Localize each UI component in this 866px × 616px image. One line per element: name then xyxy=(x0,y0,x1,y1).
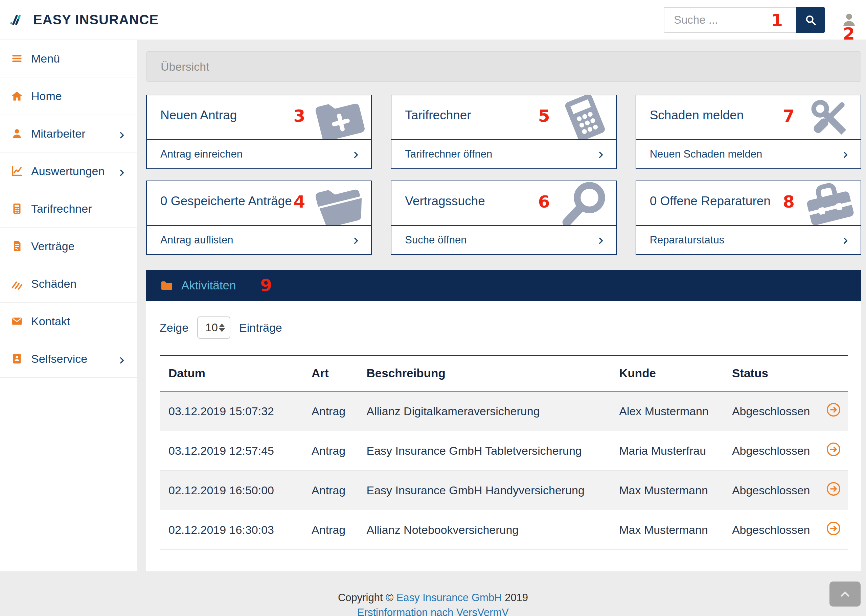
brand-logo-icon xyxy=(10,13,28,27)
user-menu[interactable]: 2 xyxy=(839,7,858,33)
sidebar-item-label: Verträge xyxy=(31,240,75,253)
cell-art: Antrag xyxy=(303,471,357,510)
table-row: 02.12.2019 16:50:00 Antrag Easy Insuranc… xyxy=(160,471,848,510)
card-head: Tarifrechner 5 xyxy=(391,95,616,139)
tools-icon xyxy=(802,95,856,139)
envelope-icon xyxy=(11,315,23,327)
cell-art: Antrag xyxy=(303,431,357,471)
folder-icon xyxy=(161,279,173,292)
activities-table: Datum Art Beschreibung Kunde Status 03.1… xyxy=(160,355,848,550)
card-schaden-melden: Schaden melden 7 xyxy=(636,95,861,169)
cell-datum: 02.12.2019 16:50:00 xyxy=(160,471,303,510)
cell-art: Antrag xyxy=(303,391,357,431)
sidebar-item-selfservice[interactable]: Selfservice xyxy=(0,340,137,378)
annotation-1: 1 xyxy=(771,12,783,29)
annotation-6: 6 xyxy=(538,193,550,210)
calculator-icon xyxy=(551,95,616,139)
brand[interactable]: EASY INSURANCE xyxy=(10,12,159,27)
cell-status: Abgeschlossen xyxy=(723,510,817,550)
card-action-label: Tarifrechner öffnen xyxy=(405,148,492,160)
table-row: 03.12.2019 12:57:45 Antrag Easy Insuranc… xyxy=(160,431,848,471)
show-label: Zeige xyxy=(160,321,189,335)
erstinformation-line: Erstinformation nach VersVermV xyxy=(0,605,866,616)
header-art[interactable]: Art xyxy=(303,355,357,391)
card-title: Tarifrechner xyxy=(405,108,471,122)
sidebar-item-mitarbeiter[interactable]: Mitarbeiter xyxy=(0,115,137,152)
main-content: Übersicht Neuen Antrag 3 xyxy=(137,40,866,571)
chevron-right-icon xyxy=(597,236,605,244)
sidebar-item-menu[interactable]: Menü xyxy=(0,40,137,77)
annotation-7: 7 xyxy=(783,107,795,124)
cell-kunde: Maria Musterfrau xyxy=(610,431,723,471)
calculator-icon xyxy=(11,203,23,215)
breadcrumb-label: Übersicht xyxy=(161,60,209,73)
card-action-label: Reparaturstatus xyxy=(650,234,724,246)
topbar: EASY INSURANCE 1 xyxy=(0,0,866,40)
sidebar-item-auswertungen[interactable]: Auswertungen xyxy=(0,152,137,190)
header-kunde[interactable]: Kunde xyxy=(610,355,723,391)
card-head: Vertragssuche 6 xyxy=(391,181,616,225)
sidebar-item-label: Kontakt xyxy=(31,315,70,328)
activities-header: Aktivitäten 9 xyxy=(146,270,861,301)
sidebar-item-kontakt[interactable]: Kontakt xyxy=(0,303,137,340)
id-card-icon xyxy=(11,353,23,365)
sidebar-item-vertraege[interactable]: Verträge xyxy=(0,228,137,265)
sidebar-item-label: Selfservice xyxy=(31,352,87,366)
menu-icon xyxy=(11,52,23,64)
magnifier-icon xyxy=(558,181,611,225)
card-title: 0 Gespeicherte Anträge xyxy=(161,194,292,208)
sidebar: Menü Home Mitarbeiter xyxy=(0,40,137,571)
header-datum[interactable]: Datum xyxy=(160,355,303,391)
sidebar-item-label: Auswertungen xyxy=(31,165,104,178)
open-row-arrow-icon[interactable] xyxy=(826,402,841,417)
sidebar-item-home[interactable]: Home xyxy=(0,77,137,115)
app-root: EASY INSURANCE 1 xyxy=(0,0,866,616)
sidebar-item-tarifrechner[interactable]: Tarifrechner xyxy=(0,190,137,228)
scroll-to-top-button[interactable] xyxy=(830,581,861,607)
table-row: 02.12.2019 16:30:03 Antrag Allianz Noteb… xyxy=(160,510,848,550)
cell-kunde: Max Mustermann xyxy=(610,471,723,510)
activities-title: Aktivitäten xyxy=(181,278,236,292)
erstinformation-link[interactable]: Erstinformation nach VersVermV xyxy=(357,607,509,616)
chart-icon xyxy=(11,165,23,177)
open-row-arrow-icon[interactable] xyxy=(826,442,841,457)
chevron-up-icon xyxy=(838,587,852,601)
folder-plus-icon xyxy=(308,95,372,139)
chevron-right-icon xyxy=(117,167,126,176)
open-row-arrow-icon[interactable] xyxy=(826,521,841,536)
cell-kunde: Max Mustermann xyxy=(610,510,723,550)
copyright-company-link[interactable]: Easy Insurance GmbH xyxy=(397,592,502,603)
card-title: Vertragssuche xyxy=(405,194,485,208)
sidebar-item-label: Schäden xyxy=(31,277,76,291)
search-button[interactable] xyxy=(796,7,825,33)
cell-datum: 03.12.2019 12:57:45 xyxy=(160,431,303,471)
card-head: Neuen Antrag 3 xyxy=(147,95,371,139)
card-action-tarifrechner-oeffnen[interactable]: Tarifrechner öffnen xyxy=(391,139,616,168)
entries-select-value: 10 xyxy=(205,321,218,334)
card-action-neuen-schaden-melden[interactable]: Neuen Schaden melden xyxy=(636,139,861,168)
entries-control: Zeige 10 Einträge xyxy=(160,316,848,339)
entries-select[interactable]: 10 xyxy=(197,316,230,339)
header-beschreibung[interactable]: Beschreibung xyxy=(357,355,610,391)
card-neuen-antrag: Neuen Antrag 3 Antrag einreichen xyxy=(146,95,372,169)
card-action-label: Antrag einreichen xyxy=(161,148,242,160)
card-action-suche-oeffnen[interactable]: Suche öffnen xyxy=(391,225,616,254)
chevron-right-icon xyxy=(351,236,360,244)
annotation-4: 4 xyxy=(294,193,305,210)
person-icon xyxy=(11,127,23,140)
card-action-antrag-auflisten[interactable]: Antrag auflisten xyxy=(147,225,371,254)
cell-beschreibung: Easy Insurance GmbH Handyversicherung xyxy=(357,471,610,510)
card-gespeicherte-antraege: 0 Gespeicherte Anträge 4 Antrag aufliste… xyxy=(146,181,372,255)
chevron-right-icon xyxy=(597,150,605,159)
open-row-arrow-icon[interactable] xyxy=(826,481,841,496)
card-action-reparaturstatus[interactable]: Reparaturstatus xyxy=(636,225,861,254)
annotation-2: 2 xyxy=(843,25,855,42)
annotation-9: 9 xyxy=(260,277,272,294)
header-status[interactable]: Status xyxy=(723,355,817,391)
cell-beschreibung: Allianz Digitalkameraversicherung xyxy=(357,391,610,431)
dashboard-cards: Neuen Antrag 3 Antrag einreichen xyxy=(146,95,861,255)
damage-icon xyxy=(11,278,23,290)
sidebar-item-schaeden[interactable]: Schäden xyxy=(0,265,137,303)
card-action-antrag-einreichen[interactable]: Antrag einreichen xyxy=(147,139,371,168)
topbar-right: 1 2 xyxy=(664,7,858,33)
